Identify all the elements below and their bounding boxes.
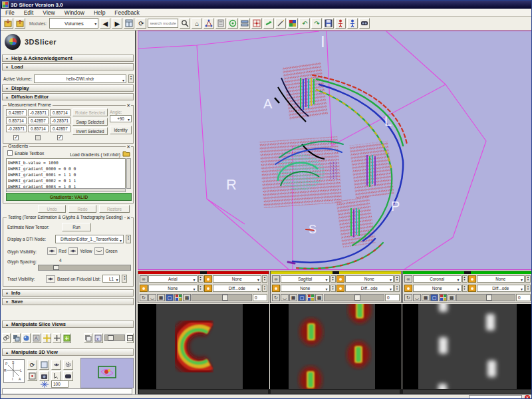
module-back-icon[interactable]: ◀ [100,18,110,29]
visibility-3d-icon[interactable] [51,360,61,370]
person-icon[interactable] [347,18,358,29]
slice-link-icon[interactable]: ∞ [404,275,412,283]
spinner[interactable]: ▲▼ [462,285,467,292]
sagittal-offset-field[interactable]: 0 [385,294,400,301]
gradients-close-icon[interactable]: ✕ [126,144,131,150]
volumes-module-icon[interactable] [227,18,238,29]
restore-button[interactable]: Restore [99,205,130,213]
spinner[interactable]: ▲▼ [198,275,203,283]
stereo-3d-icon[interactable] [359,18,370,29]
menu-feedback[interactable]: Feedback [110,9,144,16]
transforms-module-icon[interactable] [251,18,262,29]
section-load[interactable]: ▼Load [2,63,134,70]
fiducial-list-select[interactable]: L1▾ [102,275,120,283]
menu-file[interactable]: File [1,9,19,16]
menu-window[interactable]: Window [60,9,89,16]
slice-visibility-icon[interactable]: ↻ [404,294,412,301]
section-info[interactable]: ▼Info [2,289,134,297]
run-button[interactable]: Run [62,223,91,231]
sagittal-color-bar[interactable] [271,271,401,274]
slice-visibility-icon[interactable]: ↻ [140,294,148,301]
load-scene-icon[interactable] [3,18,13,29]
layout-icon[interactable] [124,18,134,29]
red-eye-icon[interactable] [47,247,57,255]
fiducials-module-icon[interactable] [263,18,274,29]
spinner[interactable]: ▲▼ [331,285,336,292]
slice-mesh-icon[interactable]: ▩ [448,294,456,301]
slice-eye-icon[interactable]: ◡ [413,294,421,301]
slices-swap-icon[interactable] [126,333,134,343]
spinner[interactable]: ▲▼ [262,285,267,292]
slice-grid-icon[interactable]: ▦ [289,294,297,301]
search-magnifier-icon[interactable] [180,18,190,29]
select-view-icon[interactable] [51,371,61,381]
error-log-field[interactable] [469,395,522,399]
sagittal-background-select[interactable]: Diff...ode▾ [345,285,394,292]
slice-views-scroll-strip[interactable] [138,389,532,394]
fiducial-list-spinner[interactable]: ▲▼ [122,275,127,283]
gradients-textbox[interactable]: DWMRI_b-value = 1000 DWMRI_gradient_0000… [6,158,126,189]
testing-close-icon[interactable]: ✕ [126,215,131,221]
coronal-slice-handle[interactable] [486,295,492,301]
save-icon[interactable] [323,18,334,29]
error-log-icon[interactable]: ✕ [525,395,530,399]
axes-widget[interactable]: S P R L I A [3,359,25,383]
matrix-cell[interactable]: -0.28571 [6,125,27,132]
center-view-icon[interactable] [27,371,37,381]
axial-slice-handle[interactable] [222,295,228,301]
slices-crosshair-icon[interactable] [43,333,51,343]
slices-layers-icon[interactable] [12,333,21,343]
invert-selected-button[interactable]: Invert Selected [72,127,108,135]
axial-background-select[interactable]: Diff...ode▾ [213,285,262,292]
slice-grid-icon[interactable]: ▦ [157,294,165,301]
column-checkbox[interactable] [35,135,41,140]
data-module-icon[interactable] [215,18,226,29]
screenshot-icon[interactable] [39,371,49,381]
slice-grid-icon[interactable]: ▦ [422,294,430,301]
dti-node-select[interactable]: DiffusionEditor_1._TensorNode▾ [55,235,124,243]
slices-fg-bg-icon[interactable] [84,333,92,343]
menu-edit[interactable]: Edit [19,9,39,16]
sagittal-slice-slider[interactable] [324,294,384,301]
foreground-layer-icon[interactable] [204,275,212,283]
axial-slice-view[interactable] [138,304,269,389]
look-from-icon[interactable] [39,360,49,370]
spinner[interactable]: ▲▼ [394,285,400,292]
background-layer-icon[interactable] [468,285,476,292]
coronal-orientation-select[interactable]: Coronal▾ [413,275,462,283]
section-help[interactable]: ▼Help & Acknowledgement [2,55,134,62]
dti-node-spinner[interactable]: ▲▼ [126,235,131,243]
axial-foreground-select[interactable]: None▾ [213,275,262,283]
axial-slice-slider[interactable] [192,294,252,301]
slice-link-icon[interactable]: ∞ [140,275,148,283]
swap-selected-button[interactable]: Swap Selected [72,118,108,126]
home-icon[interactable]: ⌂ [192,18,202,29]
3d-viewport[interactable]: I A L R P S [138,31,532,270]
label-layer-icon[interactable] [404,285,412,292]
spinner[interactable]: ▲▼ [331,275,336,283]
sagittal-orientation-select[interactable]: Sagittal▾ [281,275,330,283]
slices-toggle-icon[interactable]: x [94,333,102,343]
stereo-view-icon[interactable] [63,371,73,381]
slice-colors-icon[interactable] [439,294,447,301]
active-volume-spinner[interactable]: ▲▼ [128,74,134,83]
foreground-layer-icon[interactable] [468,275,476,283]
slice-mesh-icon[interactable]: ▩ [183,294,191,301]
title-bar[interactable]: 3D Slicer Version 3.0 [1,1,532,9]
coronal-color-bar[interactable] [403,271,532,274]
editor-module-icon[interactable] [275,18,286,29]
spin-view-icon[interactable]: ⟳ [27,360,37,370]
slice-colors-icon[interactable] [307,294,315,301]
slice-mesh-icon[interactable]: ▩ [315,294,323,301]
save-scene-icon[interactable] [15,18,25,29]
coronal-labelmap-select[interactable]: None▾ [413,285,462,292]
coronal-slice-view[interactable] [402,304,532,389]
spinner[interactable]: ▲▼ [525,285,531,292]
module-select[interactable]: Volumes▾ [49,18,98,29]
matrix-cell[interactable]: 0.85714 [50,109,70,116]
slices-opacity-handle[interactable] [108,335,114,340]
fiducial-person-icon[interactable] [335,18,346,29]
column-checkbox[interactable] [57,135,63,140]
label-layer-icon[interactable] [272,285,280,292]
axial-orientation-select[interactable]: Axial▾ [148,275,198,283]
